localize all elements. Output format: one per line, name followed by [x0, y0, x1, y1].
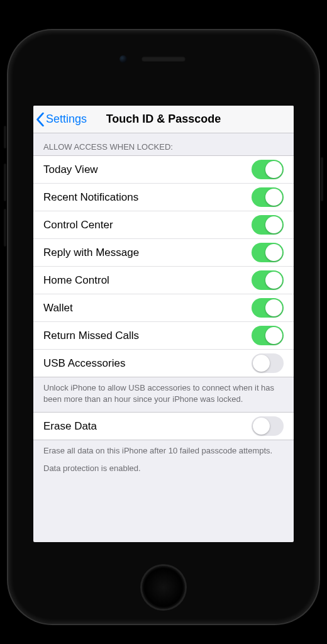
setting-row-label: Reply with Message [43, 247, 139, 259]
setting-row: Reply with Message [33, 239, 294, 267]
chevron-left-icon [36, 113, 45, 126]
side-button-vol-down [4, 209, 6, 247]
setting-row: Return Missed Calls [33, 322, 294, 350]
home-button[interactable] [142, 566, 185, 609]
setting-row-label: Recent Notifications [43, 191, 138, 204]
side-button-vol-up [4, 164, 6, 201]
toggle-knob [265, 272, 282, 289]
section-footer-erase: Erase all data on this iPhone after 10 f… [33, 440, 294, 481]
toggle-knob [265, 161, 282, 178]
section-header-access: Allow Access When Locked: [33, 133, 294, 155]
nav-bar: Settings Touch ID & Passcode [33, 106, 294, 133]
toggle-switch[interactable] [252, 187, 284, 207]
toggle-knob [265, 299, 282, 316]
toggle-knob [265, 244, 282, 261]
setting-row: Erase Data [33, 412, 294, 440]
toggle-switch[interactable] [252, 160, 284, 179]
phone-frame: Settings Touch ID & Passcode Allow Acces… [9, 31, 318, 623]
setting-row-label: Erase Data [43, 420, 97, 433]
toggle-switch[interactable] [252, 416, 284, 436]
setting-row-label: Home Control [43, 274, 109, 287]
toggle-switch[interactable] [252, 215, 284, 235]
setting-row-label: USB Accessories [43, 357, 125, 370]
section-footer-access: Unlock iPhone to allow USB accessories t… [33, 377, 294, 412]
setting-row: Home Control [33, 267, 294, 294]
setting-row: Today View [33, 155, 294, 184]
toggle-knob [265, 189, 282, 206]
toggle-switch[interactable] [252, 326, 284, 345]
back-label: Settings [46, 113, 87, 126]
toggle-switch[interactable] [252, 353, 284, 373]
side-button-power [321, 157, 323, 201]
setting-row-label: Control Center [43, 219, 113, 231]
group-erase: Erase Data [33, 412, 294, 440]
setting-row: USB Accessories [33, 350, 294, 377]
toggle-knob [253, 418, 270, 435]
setting-row: Wallet [33, 294, 294, 322]
screen: Settings Touch ID & Passcode Allow Acces… [33, 106, 294, 542]
setting-row-label: Today View [43, 164, 98, 176]
toggle-switch[interactable] [252, 243, 284, 262]
front-camera-icon [119, 55, 127, 63]
setting-row: Control Center [33, 211, 294, 239]
setting-row: Recent Notifications [33, 184, 294, 211]
back-button[interactable]: Settings [33, 113, 87, 126]
toggle-knob [253, 355, 270, 372]
toggle-knob [265, 216, 282, 233]
toggle-switch[interactable] [252, 270, 284, 290]
toggle-switch[interactable] [252, 298, 284, 318]
toggle-knob [265, 327, 282, 344]
side-button-mute [4, 126, 6, 148]
setting-row-label: Return Missed Calls [43, 330, 139, 342]
group-access: Today ViewRecent NotificationsControl Ce… [33, 155, 294, 377]
setting-row-label: Wallet [43, 302, 73, 314]
